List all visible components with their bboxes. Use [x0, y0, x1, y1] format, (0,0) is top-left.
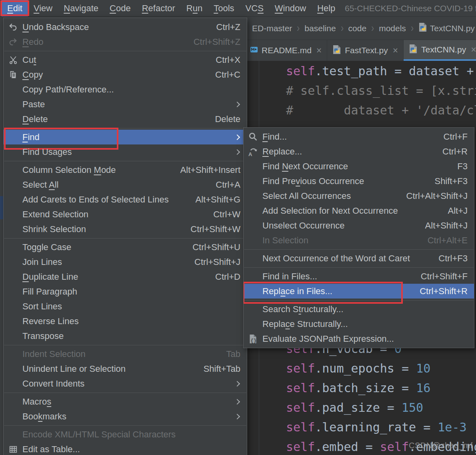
menu-item-replace-in-files[interactable]: Replace in Files...Ctrl+Shift+R — [244, 284, 474, 299]
menu-item-shortcut: Ctrl+Shift+F — [411, 271, 468, 282]
menu-item-find[interactable]: Find — [4, 130, 247, 144]
tab-close-icon[interactable]: × — [393, 46, 398, 55]
menu-item-cut[interactable]: CutCtrl+X — [4, 52, 247, 67]
menu-item-select-all[interactable]: Select AllCtrl+A — [4, 177, 247, 192]
code-line[interactable]: self.num_epochs = 10 — [286, 359, 476, 378]
menu-item-label: Shrink Selection — [22, 224, 86, 235]
tab-textcnn-py[interactable]: TextCNN.py× — [404, 40, 476, 61]
breadcrumb-file[interactable]: TextCNN.py — [418, 22, 475, 34]
submenu-arrow-icon — [234, 381, 240, 386]
menu-item-shortcut: Ctrl+Alt+E — [418, 235, 468, 246]
submenu-arrow-icon — [234, 399, 240, 404]
menu-item-redo[interactable]: RedoCtrl+Shift+Z — [4, 34, 247, 49]
menubar-item-code[interactable]: Code — [104, 0, 136, 16]
menu-item-find[interactable]: Find...Ctrl+F — [244, 129, 474, 144]
tab-fasttext-py[interactable]: FastText.py× — [327, 40, 404, 61]
menu-item-column-selection-mode[interactable]: Column Selection ModeAlt+Shift+Insert — [4, 162, 247, 177]
menu-item-shortcut: Ctrl+Shift+J — [185, 257, 240, 267]
menubar-item-refactor[interactable]: Refactor — [136, 0, 181, 16]
menubar-item-navigate[interactable]: Navigate — [58, 0, 104, 16]
menu-item-transpose[interactable]: Transpose — [4, 329, 247, 343]
submenu-arrow-icon — [234, 134, 240, 140]
menu-item-find-next-occurrence[interactable]: Find Next OccurrenceF3 — [244, 159, 474, 174]
menu-separator — [4, 161, 246, 161]
menu-item-convert-indents[interactable]: Convert Indents — [4, 376, 247, 391]
breadcrumb-segment[interactable]: ED-master — [252, 24, 292, 33]
code-line[interactable]: # dataset + '/data/clas — [286, 100, 476, 120]
menu-item-select-all-occurrences[interactable]: Select All OccurrencesCtrl+Alt+Shift+J — [244, 188, 474, 203]
menu-item-extend-selection[interactable]: Extend SelectionCtrl+W — [4, 207, 247, 222]
breadcrumb-segment[interactable]: models — [379, 24, 406, 33]
menu-item-add-carets-to-ends-of-selected-lines[interactable]: Add Carets to Ends of Selected LinesAlt+… — [4, 192, 247, 207]
menu-item-shrink-selection[interactable]: Shrink SelectionCtrl+Shift+W — [4, 222, 247, 237]
menu-item-join-lines[interactable]: Join LinesCtrl+Shift+J — [4, 255, 247, 269]
code-token: .test_path = dataset + — [315, 64, 474, 78]
code-token: self — [286, 420, 315, 434]
menu-item-label: Cut — [22, 55, 36, 65]
redo-icon — [4, 37, 22, 46]
menu-item-toggle-case[interactable]: Toggle CaseCtrl+Shift+U — [4, 240, 247, 255]
edit-menu-popup: Undo BackspaceCtrl+ZRedoCtrl+Shift+ZCutC… — [3, 18, 247, 455]
tab-close-icon[interactable]: × — [471, 45, 476, 54]
menu-item-label: Indent Selection — [22, 349, 86, 359]
menu-item-undo-backspace[interactable]: Undo BackspaceCtrl+Z — [4, 20, 247, 34]
menu-item-unselect-occurrence[interactable]: Unselect OccurrenceAlt+Shift+J — [244, 218, 474, 233]
tab-close-icon[interactable]: × — [316, 46, 322, 55]
menu-item-copy[interactable]: CopyCtrl+C — [4, 67, 247, 82]
menubar-item-run[interactable]: Run — [181, 0, 208, 16]
breadcrumb-segment[interactable]: baseline — [304, 24, 336, 33]
menu-item-search-structurally[interactable]: Search Structurally... — [244, 302, 474, 317]
code-line[interactable]: self.test_path = dataset + — [286, 61, 476, 81]
menu-item-macros[interactable]: Macros — [4, 394, 247, 409]
svg-text:A: A — [248, 151, 252, 157]
menubar-item-edit[interactable]: Edit — [2, 0, 28, 16]
menu-item-find-usages[interactable]: Find Usages — [4, 144, 247, 159]
code-token: .batch_size = — [315, 381, 416, 395]
menu-item-indent-selection[interactable]: Indent SelectionTab — [4, 347, 247, 361]
tab-readme-md[interactable]: README.md× — [245, 40, 327, 61]
breadcrumb-segment[interactable]: code — [348, 24, 367, 33]
menu-item-next-occurrence-of-the-word-at-caret[interactable]: Next Occurrence of the Word at CaretCtrl… — [244, 251, 474, 266]
menu-item-evaluate-jsonpath-expression[interactable]: {}Evaluate JSONPath Expression... — [244, 331, 474, 346]
menu-item-paste[interactable]: Paste — [4, 97, 247, 112]
menu-item-label: Reverse Lines — [22, 316, 79, 327]
menu-separator — [4, 393, 246, 393]
menu-item-sort-lines[interactable]: Sort Lines — [4, 299, 247, 314]
menu-item-in-selection[interactable]: In SelectionCtrl+Alt+E — [244, 233, 474, 248]
menu-item-unindent-line-or-selection[interactable]: Unindent Line or SelectionShift+Tab — [4, 361, 247, 376]
menu-item-edit-as-table[interactable]: Edit as Table... — [4, 442, 247, 455]
menubar-item-help[interactable]: Help — [312, 0, 341, 16]
menu-item-fill-paragraph[interactable]: Fill Paragraph — [4, 284, 247, 299]
menu-item-replace[interactable]: AReplace...Ctrl+R — [244, 144, 474, 159]
code-block-bottom[interactable]: self.n_vocab = 0self.num_epochs = 10self… — [286, 339, 476, 455]
menu-item-label: Redo — [22, 37, 44, 47]
python-icon — [332, 45, 341, 56]
menu-item-reverse-lines[interactable]: Reverse Lines — [4, 314, 247, 329]
menubar-item-window[interactable]: Window — [269, 0, 312, 16]
copy-icon — [4, 70, 22, 79]
window-title: 65-CHECKED-Chinese COVID-19 fa — [345, 0, 476, 17]
menu-item-duplicate-line[interactable]: Duplicate LineCtrl+D — [4, 269, 247, 284]
menu-item-find-previous-occurrence[interactable]: Find Previous OccurrenceShift+F3 — [244, 174, 474, 188]
menu-item-shortcut: Shift+Tab — [194, 364, 240, 374]
menu-item-find-in-files[interactable]: Find in Files...Ctrl+Shift+F — [244, 269, 474, 284]
menu-item-encode-xml-html-special-characters[interactable]: Encode XML/HTML Special Characters — [4, 427, 247, 442]
menu-item-label: Replace... — [262, 146, 302, 157]
code-block-top[interactable]: self.test_path = dataset +# self.class_l… — [286, 61, 476, 125]
menu-item-shortcut: Ctrl+Z — [207, 22, 241, 32]
menu-item-copy-path-reference[interactable]: Copy Path/Reference... — [4, 82, 247, 97]
menu-item-label: Find... — [262, 132, 287, 142]
code-line[interactable]: self.batch_size = 16 — [286, 378, 476, 398]
code-line[interactable]: self.learning_rate = 1e-3 — [286, 417, 476, 437]
menubar-item-tools[interactable]: Tools — [208, 0, 240, 16]
menubar-item-view[interactable]: View — [28, 0, 58, 16]
menu-item-label: Find Previous Occurrence — [262, 176, 364, 186]
menu-item-label: Evaluate JSONPath Expression... — [262, 334, 394, 344]
menubar-item-vcs[interactable]: VCS — [240, 0, 269, 16]
menu-item-replace-structurally[interactable]: Replace Structurally... — [244, 317, 474, 331]
menu-item-delete[interactable]: DeleteDelete — [4, 112, 247, 126]
code-line[interactable]: # self.class_list = [x.stri — [286, 81, 476, 100]
menu-item-add-selection-for-next-occurrence[interactable]: Add Selection for Next OccurrenceAlt+J — [244, 203, 474, 218]
code-line[interactable]: self.pad_size = 150 — [286, 398, 476, 417]
menu-item-bookmarks[interactable]: Bookmarks — [4, 409, 247, 424]
